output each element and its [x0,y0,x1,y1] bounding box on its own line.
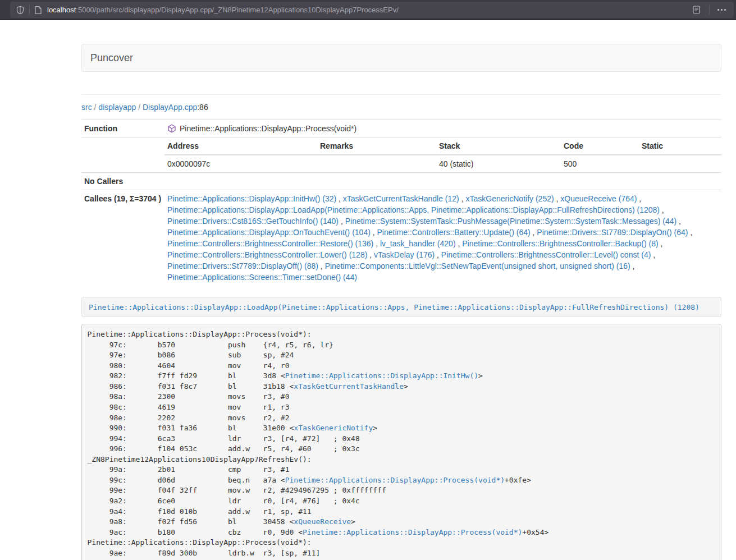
stack-value: 40 (static) [436,155,561,172]
callee-link[interactable]: Pinetime::System::SystemTask::PushMessag… [345,217,677,226]
page-icon[interactable] [34,6,42,15]
url-text: localhost:5000/path/src/displayapp/Displ… [47,6,688,14]
function-row: Function Pinetime::Applications::Display… [81,120,721,137]
col-remarks: Remarks [317,137,436,155]
code-symbol-link[interactable]: xQueueReceive [294,517,351,526]
callee-link[interactable]: xQueueReceive (764) [560,194,637,203]
code-symbol-link[interactable]: xTaskGenericNotify [294,424,373,432]
col-code: Code [561,137,639,155]
col-static: Static [639,137,721,155]
callee-link[interactable]: Pinetime::Applications::DisplayApp::Init… [167,194,336,203]
code-symbol-link[interactable]: Pinetime::Applications::DisplayApp::Init… [285,371,478,380]
reader-view-icon[interactable] [693,6,700,14]
urlbar-divider-2 [709,5,710,15]
code-symbol-link[interactable]: xTaskGetCurrentTaskHandle [294,382,404,391]
callee-link[interactable]: Pinetime::Controllers::BrightnessControl… [167,239,373,248]
callee-link[interactable]: xTaskGenericNotify (252) [465,194,554,203]
callee-link[interactable]: Pinetime::Drivers::St7789::DisplayOff() … [167,261,318,270]
callee-link[interactable]: vTaskDelay (176) [374,250,435,259]
col-stack: Stack [436,137,561,155]
breadcrumb-src-link[interactable]: src [81,103,92,112]
callee-link[interactable]: Pinetime::Controllers::BrightnessControl… [167,250,367,259]
function-label: Function [81,120,164,137]
highlighted-callee-link[interactable]: Pinetime::Applications::DisplayApp::Load… [89,303,700,311]
shield-icon[interactable] [16,6,25,15]
urlbar-divider [29,5,30,15]
static-value [639,155,721,172]
col-address: Address [164,137,317,155]
brand-link[interactable]: Puncover [82,52,141,64]
breadcrumb-line-number: :86 [197,103,208,112]
code-size-value: 500 [561,155,639,172]
breadcrumb: src / displayapp / DisplayApp.cpp:86 [81,102,721,113]
callee-link[interactable]: xTaskGetCurrentTaskHandle (12) [343,194,459,203]
callee-link[interactable]: Pinetime::Drivers::Cst816S::GetTouchInfo… [167,217,339,226]
meatball-menu-icon[interactable] [714,9,729,11]
breadcrumb-separator: / [94,103,97,112]
browser-toolbar: localhost:5000/path/src/displayapp/Displ… [0,0,736,20]
function-name: Pinetime::Applications::DisplayApp::Proc… [180,123,356,134]
callee-link[interactable]: Pinetime::Applications::Screens::Timer::… [167,273,357,282]
callees-label: Callees (19, Σ=3704 ) [81,190,164,286]
metrics-row: Address Remarks Stack Code Static 0x0000… [81,137,721,173]
highlighted-callee-box: Pinetime::Applications::DisplayApp::Load… [81,297,721,317]
callee-link[interactable]: Pinetime::Drivers::St7789::DisplayOn() (… [537,228,688,237]
breadcrumb-file-link[interactable]: DisplayApp.cpp [143,103,197,112]
callee-link[interactable]: Pinetime::Applications::DisplayApp::Load… [167,205,660,214]
assembly-listing: Pinetime::Applications::DisplayApp::Proc… [81,324,721,560]
callee-link[interactable]: Pinetime::Controllers::BrightnessControl… [462,239,658,248]
url-path: :5000/path/src/displayapp/DisplayApp.cpp… [76,6,399,14]
navbar: Puncover [81,44,721,72]
callees-list: Pinetime::Applications::DisplayApp::Init… [164,190,721,286]
no-callers-label: No Callers [81,173,164,190]
code-symbol-link[interactable]: Pinetime::Applications::DisplayApp::Proc… [303,528,522,536]
url-host: localhost [47,6,76,14]
main-content: Puncover src / displayapp / DisplayApp.c… [81,44,721,560]
callees-row: Callees (19, Σ=3704 ) Pinetime::Applicat… [81,190,721,286]
breadcrumb-separator: / [138,103,140,112]
package-icon [167,124,176,133]
callee-link[interactable]: Pinetime::Applications::DisplayApp::OnTo… [167,228,371,237]
metrics-values-row: 0x0000097c 40 (static) 500 [164,155,721,172]
callee-link[interactable]: lv_task_handler (420) [380,239,456,248]
metrics-table: Address Remarks Stack Code Static 0x0000… [164,137,721,172]
callee-link[interactable]: Pinetime::Controllers::Battery::Update()… [377,228,531,237]
callee-link[interactable]: Pinetime::Components::LittleVgl::SetNewT… [325,261,630,270]
divider [81,94,721,95]
remarks-value [317,155,436,172]
code-symbol-link[interactable]: Pinetime::Applications::DisplayApp::Proc… [285,476,505,484]
breadcrumb-displayapp-link[interactable]: displayapp [98,103,136,112]
function-info-table: Function Pinetime::Applications::Display… [81,120,721,286]
callee-link[interactable]: Pinetime::Controllers::BrightnessControl… [441,250,651,259]
address-value: 0x0000097c [164,155,317,172]
no-callers-row: No Callers [81,173,721,190]
url-bar[interactable]: localhost:5000/path/src/displayapp/Displ… [10,2,734,18]
